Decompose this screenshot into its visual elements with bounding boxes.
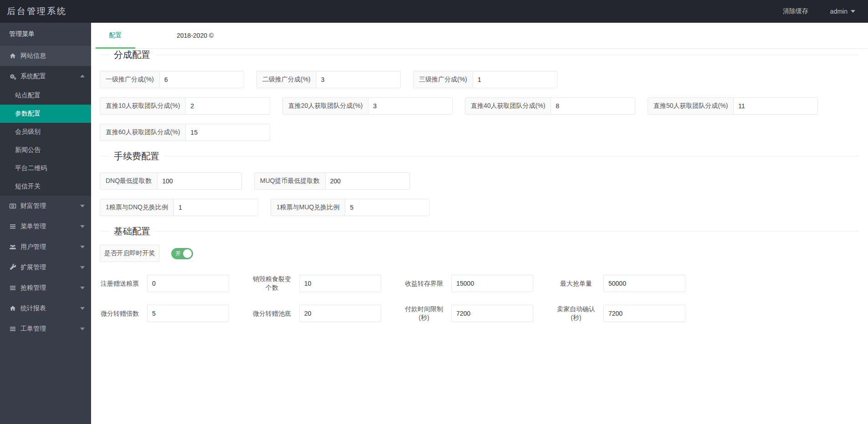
home-icon <box>9 52 16 60</box>
field-promo-level2: 二级推广分成(%) <box>256 71 401 88</box>
field-register-gift: 注册赠送粮票 <box>98 275 229 292</box>
promo-level3-input[interactable] <box>473 71 557 88</box>
chevron-down-icon <box>80 205 85 207</box>
wrench-icon <box>9 264 16 271</box>
team60-input[interactable] <box>186 124 270 141</box>
field-profit-limit: 收益转存界限 <box>402 275 533 292</box>
register-gift-input[interactable] <box>147 275 229 292</box>
field-seller-auto-confirm: 卖家自动确认(秒) <box>554 305 685 322</box>
sidebar-subitem-platform-qrcode[interactable]: 平台二维码 <box>0 159 91 177</box>
max-order-input[interactable] <box>603 275 685 292</box>
micro-multiple-input[interactable] <box>147 305 229 322</box>
sidebar-item-statistics[interactable]: 统计报表 <box>0 298 91 318</box>
promo-level1-input[interactable] <box>160 71 244 88</box>
instant-lottery-toggle[interactable]: 开 <box>171 248 193 259</box>
sidebar-item-website-info[interactable]: 网站信息 <box>0 45 91 66</box>
sidebar-subitem-sms-switch[interactable]: 短信开关 <box>0 177 91 196</box>
field-micro-multiple: 微分转赠倍数 <box>98 305 229 322</box>
seller-auto-confirm-input[interactable] <box>603 305 685 322</box>
field-ticket-dnq-ratio: 1粮票与DNQ兑换比例 <box>100 199 258 216</box>
chevron-down-icon <box>80 246 85 248</box>
chevron-down-icon <box>80 225 85 228</box>
config-form: 分成配置 一级推广分成(%) 二级推广分成(%) 三级推广分成(%) <box>91 49 868 322</box>
username: admin <box>830 8 848 15</box>
section-fee: 手续费配置 <box>100 150 859 162</box>
team40-input[interactable] <box>551 98 635 114</box>
chevron-down-icon <box>80 266 85 269</box>
field-team50: 直推50人获取团队分成(%) <box>648 97 818 115</box>
user-dropdown[interactable]: admin <box>830 8 855 15</box>
dnq-min-withdraw-input[interactable] <box>158 173 241 189</box>
banknote-icon <box>9 202 16 210</box>
users-icon <box>9 243 16 251</box>
main-content: 配置 2018-2020 © 分成配置 一级推广分成(%) 二级推广分成(%) … <box>91 23 868 424</box>
system-config-submenu: 站点配置 参数配置 会员级别 新闻公告 平台二维码 短信开关 <box>0 86 91 196</box>
profit-limit-input[interactable] <box>451 275 533 292</box>
menu-bars-icon <box>9 284 16 292</box>
team20-input[interactable] <box>368 98 452 114</box>
tab-bar: 配置 2018-2020 © <box>91 23 868 49</box>
field-team60: 直推60人获取团队分成(%) <box>100 124 270 141</box>
field-destroy-fission: 销毁粮食裂变个数 <box>250 275 381 292</box>
micro-pool-input[interactable] <box>299 305 381 322</box>
section-title: 分成配置 <box>109 49 155 61</box>
field-team10: 直推10人获取团队分成(%) <box>100 97 270 115</box>
active-tab-underline <box>96 47 135 49</box>
pay-time-limit-input[interactable] <box>451 305 533 322</box>
menu-bars-icon <box>9 325 16 333</box>
toggle-knob <box>183 249 192 258</box>
team50-input[interactable] <box>734 98 817 114</box>
field-promo-level3: 三级推广分成(%) <box>413 71 557 88</box>
sidebar: 管理菜单 网站信息 系统配置 站点配置 参数配置 会员 <box>0 23 91 424</box>
field-ticket-muq-ratio: 1粮票与MUQ兑换比例 <box>271 199 429 216</box>
sidebar-subitem-site-config[interactable]: 站点配置 <box>0 86 91 105</box>
field-dnq-min-withdraw: DNQ最低提取数 <box>100 172 242 190</box>
sidebar-subitem-member-level[interactable]: 会员级别 <box>0 123 91 141</box>
sidebar-item-user-mgmt[interactable]: 用户管理 <box>0 237 91 257</box>
gears-icon <box>9 73 16 80</box>
instant-lottery-label: 是否开启即时开奖 <box>100 245 159 262</box>
chevron-down-icon <box>80 287 85 289</box>
chevron-up-icon <box>80 75 85 77</box>
top-header: 后台管理系统 清除缓存 admin <box>0 0 868 23</box>
field-promo-level1: 一级推广分成(%) <box>100 71 244 88</box>
app-title: 后台管理系统 <box>0 5 67 17</box>
chevron-down-icon <box>80 307 85 310</box>
copyright-text: 2018-2020 © <box>177 32 214 39</box>
section-title: 基础配置 <box>109 225 155 237</box>
team10-input[interactable] <box>186 98 270 114</box>
section-commission: 分成配置 <box>100 49 859 61</box>
sidebar-item-menu-mgmt[interactable]: 菜单管理 <box>0 216 91 237</box>
ticket-dnq-ratio-input[interactable] <box>174 199 258 216</box>
chevron-down-icon <box>80 328 85 330</box>
sidebar-subitem-param-config[interactable]: 参数配置 <box>0 105 91 123</box>
sidebar-item-extension-mgmt[interactable]: 扩展管理 <box>0 257 91 278</box>
clear-cache-button[interactable]: 清除缓存 <box>783 7 808 15</box>
field-pay-time-limit: 付款时间限制(秒) <box>402 305 533 322</box>
home-icon <box>9 305 16 312</box>
section-basic: 基础配置 <box>100 225 859 237</box>
sidebar-menu-title: 管理菜单 <box>0 23 91 45</box>
field-muq-min-withdraw: MUQ提币最低提取数 <box>254 172 410 190</box>
destroy-fission-input[interactable] <box>299 275 381 292</box>
promo-level2-input[interactable] <box>317 71 400 88</box>
sidebar-item-grain-mgmt[interactable]: 抢粮管理 <box>0 278 91 298</box>
field-team40: 直推40人获取团队分成(%) <box>465 97 635 115</box>
sidebar-subitem-news[interactable]: 新闻公告 <box>0 141 91 159</box>
chevron-down-icon <box>851 10 855 13</box>
sidebar-item-system-config[interactable]: 系统配置 <box>0 66 91 86</box>
sidebar-item-wealth-mgmt[interactable]: 财富管理 <box>0 196 91 216</box>
sidebar-item-workorder-mgmt[interactable]: 工单管理 <box>0 318 91 339</box>
section-title: 手续费配置 <box>109 150 164 162</box>
menu-bars-icon <box>9 223 16 230</box>
field-micro-pool: 微分转赠池底 <box>250 305 381 322</box>
field-max-order: 最大抢单量 <box>554 275 685 292</box>
muq-min-withdraw-input[interactable] <box>326 173 409 189</box>
ticket-muq-ratio-input[interactable] <box>345 199 429 216</box>
tab-config[interactable]: 配置 <box>96 23 135 48</box>
field-team20: 直推20人获取团队分成(%) <box>282 97 453 115</box>
